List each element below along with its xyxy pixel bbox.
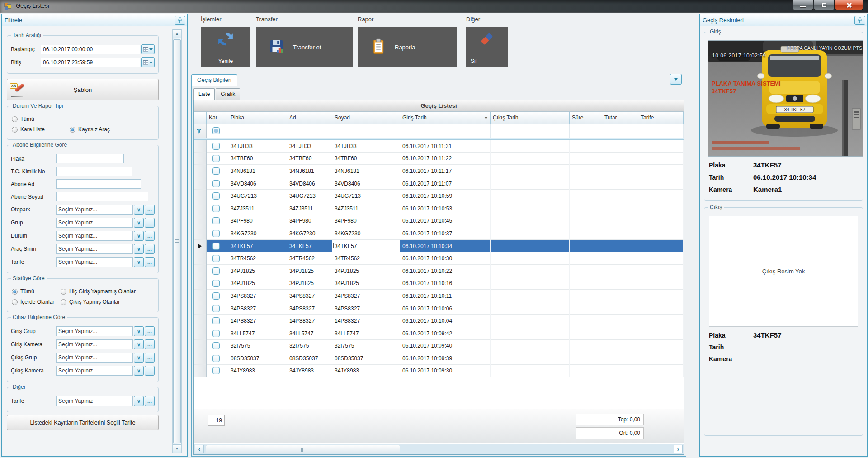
cell[interactable]: 34TBF60 [287,153,332,165]
filter-cell[interactable] [491,124,570,138]
cell[interactable]: 06.10.2017 10:10:30 [400,252,491,265]
sil-button[interactable]: Sil [466,27,508,67]
cell[interactable]: 14PS8327 [287,315,332,327]
row-checkbox[interactable] [212,267,220,275]
cell[interactable] [602,315,638,327]
cell[interactable] [570,290,602,302]
transfer-et-button[interactable]: Transfer et [256,27,353,67]
dropdown--k-grup[interactable]: Seçim Yapınız...∨… [56,353,155,363]
cell[interactable] [491,252,570,265]
cell[interactable]: 34PJ1825 [228,265,287,277]
cell[interactable]: 14PS8327 [228,315,287,327]
close-button[interactable] [835,0,863,10]
input-t-c-kimlik-no[interactable] [56,167,132,176]
cell[interactable]: 06.10.2017 10:10:53 [400,202,491,215]
cell[interactable] [638,227,684,240]
cell[interactable]: 06.10.2017 10:10:34 [400,240,491,253]
cell[interactable] [638,140,684,153]
cell[interactable]: 06.10.2017 10:09:42 [400,327,491,340]
row-checkbox[interactable] [212,167,220,175]
filter-cell[interactable] [228,124,287,138]
dropdown-more-button[interactable]: … [145,326,155,336]
radio-option-i̇çerde-olanlar[interactable]: İçerde Olanlar [12,299,61,305]
cell[interactable] [570,140,602,153]
cell[interactable] [491,165,570,177]
cell[interactable]: 34TJH33 [332,140,400,153]
tab-grafik[interactable]: Grafik [216,88,240,100]
radio-option-kayıtsız-araç[interactable]: Kayıtsız Araç [70,126,110,133]
filter-cell[interactable] [638,124,684,138]
cell[interactable] [638,277,684,290]
tab-list-dropdown-button[interactable] [670,74,682,85]
cell[interactable] [491,365,570,377]
grid-hscrollbar-thumb[interactable] [206,445,400,453]
cell[interactable] [602,290,638,302]
filter-cell[interactable] [332,124,400,138]
dropdown-open-button[interactable]: ∨ [134,257,144,267]
cell[interactable]: 34PS8327 [287,302,332,315]
dropdown-open-button[interactable]: ∨ [134,366,144,376]
apply-tariff-button[interactable]: Listedeki Kayıtların Tarifelerini Seçili… [7,415,159,430]
dropdown-open-button[interactable]: ∨ [134,353,144,363]
yenile-button[interactable]: Yenile [201,27,250,67]
cell[interactable]: 34VD8406 [287,177,332,190]
cell[interactable] [570,327,602,340]
radio-option-çıkış-yapmış-olanlar[interactable]: Çıkış Yapmış Olanlar [61,299,120,305]
input-abone-soyad[interactable] [56,192,148,201]
table-row[interactable]: 34PS832734PS832734PS832706.10.2017 10:10… [194,290,684,302]
cell[interactable] [570,252,602,265]
filter-cell[interactable] [570,124,602,138]
table-row[interactable]: 34NJ618134NJ618134NJ618106.10.2017 10:11… [194,165,684,177]
cell[interactable]: 06.10.2017 10:10:59 [400,190,491,202]
cell[interactable] [602,190,638,202]
row-checkbox-cell[interactable] [207,252,228,265]
dropdown-open-button[interactable]: ∨ [134,205,144,215]
cell[interactable] [638,153,684,165]
row-checkbox-cell[interactable] [207,315,228,327]
cell[interactable] [491,265,570,277]
filter-scrollbar[interactable]: ▲ ▼ [172,29,182,453]
cell[interactable] [638,352,684,365]
cell[interactable] [602,340,638,353]
row-checkbox-cell[interactable] [207,277,228,290]
cell[interactable]: 34UG7213 [332,190,400,202]
cell[interactable] [570,265,602,277]
cell[interactable] [570,302,602,315]
filter-cell[interactable] [287,124,332,138]
column-header-tutar[interactable]: Tutar [602,112,638,124]
table-row[interactable]: 14PS832714PS832714PS832706.10.2017 10:10… [194,315,684,327]
cell[interactable] [602,177,638,190]
radio-option-tümü[interactable]: Tümü [12,288,61,295]
cell[interactable]: 06.10.2017 10:11:31 [400,140,491,153]
cell[interactable] [570,190,602,202]
row-checkbox[interactable] [212,342,220,349]
scroll-up-icon[interactable]: ▲ [173,29,181,38]
cell[interactable]: 34PJ1825 [332,277,400,290]
column-header-kar-[interactable]: Kar... [207,112,228,124]
dropdown-more-button[interactable]: … [145,257,155,267]
cell[interactable] [602,277,638,290]
pin-icon[interactable] [854,16,865,25]
cell[interactable]: 34PS8327 [332,290,400,302]
row-checkbox-cell[interactable] [207,190,228,202]
start-date-calendar-button[interactable] [141,44,155,54]
dropdown-more-button[interactable]: … [145,366,155,376]
row-checkbox[interactable] [212,367,220,374]
row-checkbox[interactable] [212,205,220,212]
cell[interactable]: 34PF980 [332,215,400,228]
template-button[interactable]: ab Şablon [7,79,159,100]
dropdown-open-button[interactable]: ∨ [134,231,144,241]
cell[interactable] [638,302,684,315]
cell[interactable]: 34KG7230 [228,227,287,240]
row-checkbox-cell[interactable] [207,265,228,277]
column-header-s-re[interactable]: Süre [570,112,602,124]
cell[interactable]: 34ZJ3511 [332,202,400,215]
dropdown-open-button[interactable]: ∨ [134,396,144,406]
cell[interactable] [570,365,602,377]
cell[interactable] [491,140,570,153]
cell[interactable] [491,302,570,315]
pin-icon[interactable] [175,16,185,25]
tab-gecis-bilgileri[interactable]: Geçiş Bilgileri [191,74,237,86]
cell[interactable] [570,340,602,353]
cell[interactable]: 34JY8983 [287,365,332,377]
